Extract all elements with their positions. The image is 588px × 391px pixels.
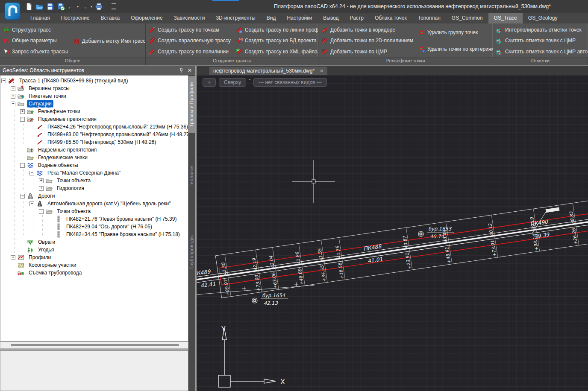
ribbon-button-trace-points[interactable]: Создать трассу по точкам	[149, 25, 231, 35]
ribbon-button-trace-xml[interactable]: XMLСоздать трассу из XML-файла	[236, 47, 318, 56]
viewport-view-button[interactable]: Сверху	[219, 78, 246, 87]
tree-expander[interactable]: −	[38, 207, 44, 215]
collapse-icon[interactable]: −	[20, 163, 25, 168]
tree-item-label[interactable]: Ситуации	[27, 100, 53, 108]
model-canvas[interactable]: + Сверху --- нет связанных видов --- +89…	[197, 75, 588, 391]
tree-item[interactable]: Овраги	[0, 238, 188, 246]
collapse-icon[interactable]: −	[20, 117, 25, 122]
tree-item[interactable]: −Водные объекты	[0, 161, 188, 169]
expand-icon[interactable]: +	[20, 109, 25, 114]
document-tab[interactable]: нефтепровод магистральный_530мм.dwg* ✕	[209, 67, 327, 75]
tree-item-label[interactable]: Геодезические знаки	[36, 154, 89, 161]
tree-item[interactable]: −Точки объекта	[0, 207, 188, 215]
print-icon[interactable]	[95, 3, 103, 11]
side-tab-геология[interactable]: Геология	[188, 159, 195, 193]
ribbon-tab-облака-точек[interactable]: Облака точек	[369, 13, 412, 23]
ribbon-tab-настройки[interactable]: Настройки	[281, 13, 318, 23]
ribbon-button-read-dem[interactable]: Считать отметки точек с ЦМР	[496, 36, 588, 45]
tree-item-label[interactable]: Дороги	[36, 192, 56, 200]
tree-item[interactable]: −Трасса-1 (ПК480-ПК503+99.86) (текущий в…	[0, 77, 188, 85]
ribbon-tab-gs-trace[interactable]: GS_Trace	[488, 13, 523, 23]
ribbon-tab-построение[interactable]: Построение	[56, 13, 95, 23]
tree-item[interactable]: Надземные препятствия	[0, 146, 188, 154]
tree-item[interactable]: +Профили	[0, 254, 188, 261]
tree-expander[interactable]: −	[19, 161, 26, 169]
ribbon-tab-вставка[interactable]: Вставка	[95, 13, 126, 23]
ribbon-tab-главная[interactable]: Главная	[25, 13, 56, 23]
tree-item-label[interactable]: Надземные препятствия	[36, 146, 98, 154]
ribbon-tab-3d-инструменты[interactable]: 3D-инструменты	[210, 13, 261, 23]
tree-item-label[interactable]: Угодья	[36, 246, 56, 254]
tree-item-label[interactable]: ПК499+83.00 "Нефтепровод промысловый" 42…	[46, 131, 188, 138]
tree-item-label[interactable]: Трасса-1 (ПК480-ПК503+99.86) (текущий ви…	[18, 77, 129, 85]
side-tab-трубопроводы[interactable]: Трубопроводы	[188, 229, 195, 275]
side-tab-трассы-и-профили[interactable]: Трассы и Профили	[188, 76, 195, 133]
collapse-icon[interactable]: −	[11, 102, 15, 106]
tree-item-label[interactable]: Река "Малая Северная Двина"	[46, 169, 122, 177]
ribbon-button-trace-db[interactable]: БДСоздать трассу из БД проекта	[236, 36, 318, 45]
scrollbar-thumb[interactable]	[11, 344, 179, 346]
tree-expander[interactable]: −	[19, 192, 26, 200]
tree-item-label[interactable]: Вершины трассы	[27, 85, 71, 92]
ribbon-button-delete-criteria[interactable]: iУдалить точки по критериям	[418, 44, 493, 54]
collapse-icon[interactable]: −	[29, 201, 34, 206]
tree-item[interactable]: −Автомобильная дорога (кат.V) "Щебень вд…	[0, 200, 188, 207]
ribbon-button-label-m[interactable]: MДобавить метку Имя трассы	[73, 36, 146, 46]
tree-item[interactable]: +Пикетные точки	[0, 92, 188, 100]
tree-horizontal-scrollbar[interactable]	[0, 341, 188, 349]
save-icon[interactable]	[46, 3, 54, 11]
tree-item[interactable]: +Точки объекта	[0, 177, 188, 184]
pin-icon[interactable]	[178, 67, 184, 73]
panel-close-icon[interactable]: ✕	[187, 66, 193, 75]
ribbon-button-query[interactable]: ?Запрос объекта трассы	[3, 47, 68, 56]
tree-item-label[interactable]: Овраги	[36, 238, 57, 246]
ribbon-button-trace-parallel[interactable]: Создать параллельную трассу	[149, 36, 231, 45]
ribbon-button-trace-polyline[interactable]: Создать трассу по полилинии	[149, 47, 231, 56]
ribbon-button-tree-structure[interactable]: Структура трасс	[3, 25, 68, 35]
tree-expander[interactable]: +	[19, 108, 26, 115]
tree-item[interactable]: ПК482+34.45 "Правая бровка насыпи" (Н 75…	[0, 231, 188, 238]
ribbon-button-points-dem[interactable]: Добавить точки по ЦМР	[321, 47, 413, 56]
ribbon-button-read-dem-auto[interactable]: aСчитать отметки точек с ЦМР авто	[496, 47, 588, 56]
tree-item[interactable]: ПК482+29.04 "Ось дороги" (Н 76.05)	[0, 223, 188, 231]
tree-item[interactable]: ПК482+21.76 "Левая бровка насыпи" (Н 75.…	[0, 215, 188, 223]
expand-icon[interactable]: +	[39, 178, 44, 183]
tree-item[interactable]: Угодья	[0, 246, 188, 254]
tree-expander[interactable]: +	[10, 254, 16, 261]
tree-item-label[interactable]: Съемка трубопровода	[27, 269, 84, 277]
ribbon-button-points-2d[interactable]: Добавить точки по 2D-полилиниям	[321, 36, 413, 45]
ribbon-tab-оформление[interactable]: Оформление	[125, 13, 168, 23]
expand-icon[interactable]: +	[39, 186, 44, 191]
ribbon-button-delete-group[interactable]: Удалить группу точек	[418, 28, 493, 37]
tree-item-label[interactable]: Гидрология	[55, 184, 86, 192]
tree-item[interactable]: Косогорные участки	[0, 261, 188, 269]
tree-item[interactable]: −Ситуации	[0, 100, 188, 108]
tree-item-label[interactable]: ПК482+29.04 "Ось дороги" (Н 76.05)	[65, 223, 154, 231]
new-file-icon[interactable]	[25, 3, 33, 11]
tree-item-label[interactable]: Подземные препятствия	[36, 115, 98, 123]
ribbon-button-trace-profile[interactable]: Создать трассу по линии профиля	[236, 25, 318, 35]
tree-item-label[interactable]: Рельефные точки	[36, 108, 82, 115]
expand-icon[interactable]: +	[11, 86, 15, 91]
expand-icon[interactable]: +	[11, 94, 15, 99]
expand-icon[interactable]: +	[11, 255, 15, 260]
tree-item[interactable]: ПК499+85.50 "Нефтепровод" 530мм (Н 48.26…	[0, 138, 188, 146]
ribbon-button-interpolate[interactable]: Интерполировать отметки точек	[496, 25, 588, 35]
undo-dropdown-icon[interactable]: ▾	[77, 5, 79, 9]
tree-item-label[interactable]: Точки объекта	[55, 207, 92, 215]
ribbon-tab-растр[interactable]: Растр	[344, 13, 369, 23]
tree-item[interactable]: +Вершины трассы	[0, 85, 188, 92]
viewport-linked-views-button[interactable]: --- нет связанных видов ---	[253, 78, 327, 87]
ribbon-tab-зависимости[interactable]: Зависимости	[168, 13, 211, 23]
tree-item-label[interactable]: ПК482+34.45 "Правая бровка насыпи" (Н 75…	[65, 231, 182, 238]
tree-expander[interactable]: −	[0, 77, 7, 85]
redo-dropdown-icon[interactable]: ▾	[91, 5, 92, 9]
tree-item[interactable]: −Дороги	[0, 192, 188, 200]
tree-item[interactable]: ПК482+4.26 "Нефтепровод промысловый" 219…	[0, 123, 188, 131]
tree-item[interactable]: +Рельефные точки	[0, 108, 188, 115]
tree-item-label[interactable]: Косогорные участки	[27, 261, 78, 269]
save-all-icon[interactable]	[57, 3, 65, 11]
tree-item[interactable]: +Гидрология	[0, 184, 188, 192]
tree-expander[interactable]: +	[10, 92, 16, 100]
tree-item[interactable]: ПК499+83.00 "Нефтепровод промысловый" 42…	[0, 131, 188, 138]
